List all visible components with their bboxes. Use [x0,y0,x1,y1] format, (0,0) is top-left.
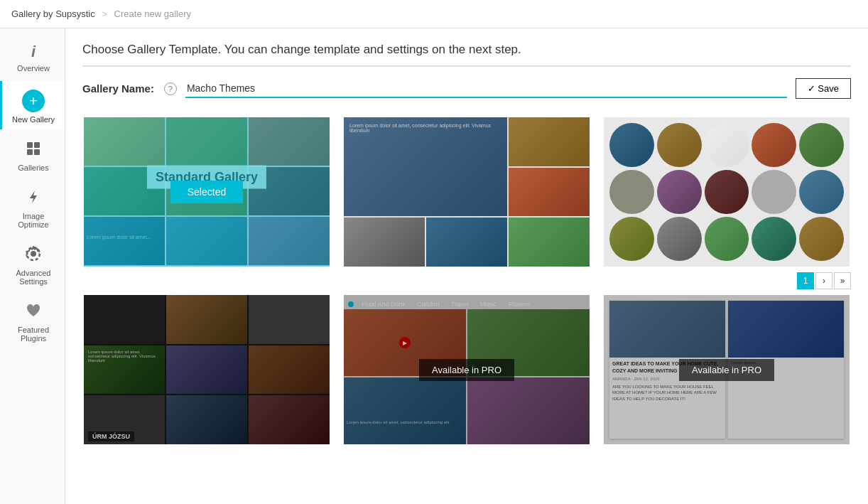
page-btn-last[interactable]: » [834,272,851,289]
available-pro-slideshow[interactable]: Available in PRO [419,359,514,381]
template-thumb-slideshow: Food And Drink Comfort Travel Music Flow… [344,295,590,444]
selected-overlay: Selected [84,117,330,267]
sidebar-item-galleries[interactable]: Galleries [0,132,65,178]
info-icon: i [31,43,36,61]
gallery-name-label: Gallery Name: [82,82,154,95]
template-thumb-standard: Lorem ipsum dolor sit amet... Standard G… [84,117,330,267]
blog-pro-overlay: Available in PRO [604,295,850,444]
template-card-mosaic[interactable]: Lorem ipsum dolor sit amet, consectetur … [342,116,591,268]
sidebar-label-featured-plugins: Featured Plugins [6,326,60,343]
gallery-name-row: Gallery Name: ? ✓ Save [82,78,851,99]
selected-button[interactable]: Selected [170,181,243,203]
template-thumb-blog: GREAT IDEAS TO MAKE YOUR HOME CUTE, COZY… [604,295,850,444]
sidebar-label-advanced-settings: Advanced Settings [6,269,60,286]
select-button-circle[interactable]: Select [696,181,758,203]
svg-rect-0 [27,142,33,148]
page-title: Choose Gallery Template. You can change … [82,43,851,67]
template-card-circle[interactable]: Select [602,116,851,268]
breadcrumb-current: Create new gallery [114,9,191,19]
sidebar-item-new-gallery[interactable]: + New Gallery [0,81,65,129]
select-button-mosaic[interactable]: Select [436,181,498,203]
bolt-icon [26,189,41,209]
pagination-row: 1 › » [82,272,851,289]
sidebar-label-new-gallery: New Gallery [12,115,55,124]
sidebar-item-image-optimize[interactable]: Image Optimize [0,181,65,235]
page-btn-next[interactable]: › [815,272,832,289]
breadcrumb-sep: > [102,9,107,19]
template-thumb-mosaic: Lorem ipsum dolor sit amet, consectetur … [344,117,590,267]
sidebar-item-overview[interactable]: i Overview [0,34,65,78]
plus-icon: + [22,90,45,112]
template-card-masonry[interactable]: Lorem ipsum dolor sit amet, consectetur … [82,294,331,446]
template-card-standard[interactable]: Lorem ipsum dolor sit amet... Standard G… [82,116,331,268]
sidebar-item-advanced-settings[interactable]: Advanced Settings [0,237,65,291]
templates-grid: Lorem ipsum dolor sit amet... Standard G… [82,116,851,268]
gear-icon [26,246,41,266]
page-btn-1[interactable]: 1 [797,272,814,289]
sidebar-item-featured-plugins[interactable]: Featured Plugins [0,294,65,348]
svg-rect-2 [27,149,33,155]
breadcrumb: Gallery by Supsystic > Create new galler… [0,0,868,28]
templates-grid-row2: Lorem ipsum dolor sit amet, consectetur … [82,294,851,446]
save-button[interactable]: ✓ Save [796,78,851,99]
svg-rect-3 [34,149,40,155]
heart-icon [26,303,41,323]
sidebar: i Overview + New Gallery Galleries [0,28,65,504]
sidebar-label-overview: Overview [17,64,50,73]
template-card-blog[interactable]: GREAT IDEAS TO MAKE YOUR HOME CUTE, COZY… [602,294,851,446]
main-content: Choose Gallery Template. You can change … [65,28,868,504]
svg-marker-4 [30,191,37,203]
slideshow-pro-overlay: Available in PRO [344,295,590,444]
svg-rect-1 [34,142,40,148]
help-icon[interactable]: ? [164,82,177,95]
template-card-slideshow[interactable]: Food And Drink Comfort Travel Music Flow… [342,294,591,446]
template-thumb-circle: Select [604,117,850,267]
grid-icon [26,141,41,161]
gallery-name-input[interactable] [185,80,787,98]
available-pro-blog[interactable]: Available in PRO [679,359,774,381]
select-button-masonry[interactable]: Select [176,358,238,381]
sidebar-label-image-optimize: Image Optimize [6,212,60,229]
template-thumb-masonry: Lorem ipsum dolor sit amet, consectetur … [84,295,330,444]
sidebar-label-galleries: Galleries [18,163,48,172]
breadcrumb-main: Gallery by Supsystic [11,9,95,19]
